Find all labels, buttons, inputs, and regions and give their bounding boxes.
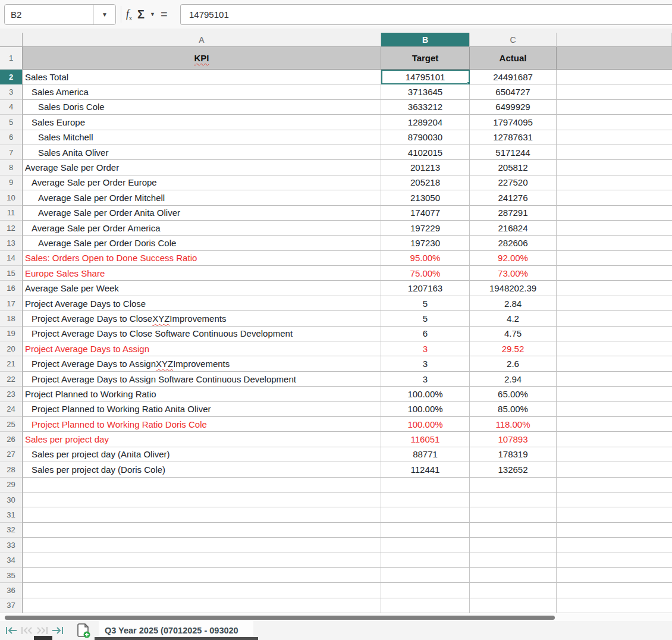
row-header-10[interactable]: 10 <box>0 190 23 205</box>
row-header-19[interactable]: 19 <box>0 327 23 341</box>
grid-cell[interactable]: 118.00% <box>470 417 557 432</box>
row-header-14[interactable]: 14 <box>0 251 23 266</box>
grid-cell[interactable]: 5 <box>381 296 470 311</box>
grid-cell[interactable] <box>557 311 672 326</box>
column-header-b[interactable]: B <box>381 33 470 47</box>
grid-cell[interactable] <box>23 553 381 568</box>
grid-cell[interactable]: 4102015 <box>381 145 470 160</box>
grid-cell[interactable]: 100.00% <box>381 417 470 432</box>
grid-cell[interactable]: Project Average Days to Assign Software … <box>23 372 381 387</box>
grid-cell[interactable]: Project Average Days to Close <box>23 296 381 311</box>
grid-cell[interactable]: 3 <box>381 341 470 356</box>
autosum-icon[interactable]: Σ <box>137 8 145 21</box>
grid-cell[interactable]: 6 <box>381 327 470 341</box>
row-header-2[interactable]: 2 <box>0 70 23 84</box>
select-all-corner[interactable] <box>0 33 23 47</box>
horizontal-scrollbar-thumb[interactable] <box>5 616 555 620</box>
grid-cell[interactable]: 88771 <box>381 447 470 462</box>
grid-cell[interactable]: 4.2 <box>470 311 557 326</box>
grid-cell[interactable] <box>557 266 672 281</box>
grid-cell[interactable] <box>470 583 557 598</box>
grid-cell[interactable]: 201213 <box>381 160 470 175</box>
row-header-28[interactable]: 28 <box>0 462 23 477</box>
grid-cell[interactable] <box>470 568 557 583</box>
grid-cell[interactable]: 205218 <box>381 175 470 190</box>
row-header-30[interactable]: 30 <box>0 492 23 507</box>
column-header-a[interactable]: A <box>23 33 381 47</box>
row-header-31[interactable]: 31 <box>0 507 23 522</box>
row-header-15[interactable]: 15 <box>0 266 23 281</box>
row-header-34[interactable]: 34 <box>0 553 23 568</box>
grid-cell[interactable]: 282606 <box>470 236 557 250</box>
grid-cell[interactable]: Actual <box>470 47 557 70</box>
grid-cell[interactable]: Sales per project day <box>23 432 381 447</box>
cell-reference[interactable]: B2 <box>5 10 93 20</box>
row-header-3[interactable]: 3 <box>0 84 23 99</box>
row-header-22[interactable]: 22 <box>0 372 23 387</box>
row-header-5[interactable]: 5 <box>0 115 23 130</box>
name-box[interactable]: B2 ▼ <box>4 4 116 25</box>
grid-cell[interactable] <box>557 523 672 538</box>
grid-cell[interactable] <box>23 583 381 598</box>
grid-cell[interactable] <box>557 100 672 115</box>
grid-cell[interactable]: 213050 <box>381 190 470 205</box>
row-header-11[interactable]: 11 <box>0 206 23 221</box>
row-header-16[interactable]: 16 <box>0 281 23 296</box>
grid-cell[interactable] <box>557 583 672 598</box>
grid-cell[interactable] <box>557 341 672 356</box>
grid-cell[interactable] <box>557 160 672 175</box>
grid-cell[interactable]: 95.00% <box>381 251 470 266</box>
grid-cell[interactable]: KPI <box>23 47 381 70</box>
row-header-9[interactable]: 9 <box>0 175 23 190</box>
grid-cell[interactable] <box>557 492 672 507</box>
grid-cell[interactable] <box>381 523 470 538</box>
grid-cell[interactable] <box>470 538 557 553</box>
grid-cell[interactable] <box>557 538 672 553</box>
first-sheet-icon[interactable] <box>4 623 19 638</box>
grid-cell[interactable]: Sales Mitchell <box>23 130 381 145</box>
grid-cell[interactable] <box>557 568 672 583</box>
grid-cell[interactable]: 2.6 <box>470 356 557 371</box>
grid-cell[interactable] <box>557 47 672 70</box>
row-header-20[interactable]: 20 <box>0 341 23 356</box>
grid-cell[interactable]: Average Sale per Order Doris Cole <box>23 236 381 250</box>
row-header-37[interactable]: 37 <box>0 598 23 613</box>
row-header-25[interactable]: 25 <box>0 417 23 432</box>
grid-cell[interactable]: Target <box>381 47 470 70</box>
formula-input[interactable]: 14795101 <box>180 4 672 25</box>
grid-cell[interactable] <box>557 236 672 250</box>
grid-cell[interactable]: 3713645 <box>381 84 470 99</box>
grid-cell[interactable]: Sales America <box>23 84 381 99</box>
row-header-7[interactable]: 7 <box>0 145 23 160</box>
grid-cell[interactable]: Average Sale per Week <box>23 281 381 296</box>
grid-cell[interactable] <box>470 553 557 568</box>
grid-cell[interactable]: 112441 <box>381 462 470 477</box>
grid-cell[interactable]: 227520 <box>470 175 557 190</box>
grid-cell[interactable] <box>381 492 470 507</box>
row-header-17[interactable]: 17 <box>0 296 23 311</box>
row-header-1[interactable]: 1 <box>0 47 23 70</box>
grid-cell[interactable] <box>557 462 672 477</box>
row-header-6[interactable]: 6 <box>0 130 23 145</box>
row-header-33[interactable]: 33 <box>0 538 23 553</box>
grid-cell[interactable]: Sales per project day (Anita Oliver) <box>23 447 381 462</box>
grid-cell[interactable]: 3 <box>381 356 470 371</box>
grid-cell[interactable] <box>557 387 672 401</box>
grid-cell[interactable]: Sales Anita Oliver <box>23 145 381 160</box>
grid-cell[interactable] <box>381 598 470 613</box>
grid-cell[interactable] <box>23 598 381 613</box>
grid-cell[interactable] <box>557 70 672 84</box>
grid-cell[interactable]: 100.00% <box>381 387 470 401</box>
grid-cell[interactable] <box>557 598 672 613</box>
grid-cell[interactable]: Average Sale per Order Europe <box>23 175 381 190</box>
grid-cell[interactable] <box>23 538 381 553</box>
grid-cell[interactable]: 14795101 <box>381 70 470 84</box>
grid-cell[interactable] <box>557 115 672 130</box>
row-header-4[interactable]: 4 <box>0 100 23 115</box>
grid-cell[interactable] <box>23 523 381 538</box>
grid-cell[interactable]: 6504727 <box>470 84 557 99</box>
grid-cell[interactable]: Project Average Days to Assign XYZ Impro… <box>23 356 381 371</box>
grid-cell[interactable]: 1948202.39 <box>470 281 557 296</box>
grid-cell[interactable] <box>470 523 557 538</box>
grid-cell[interactable]: 287291 <box>470 206 557 221</box>
